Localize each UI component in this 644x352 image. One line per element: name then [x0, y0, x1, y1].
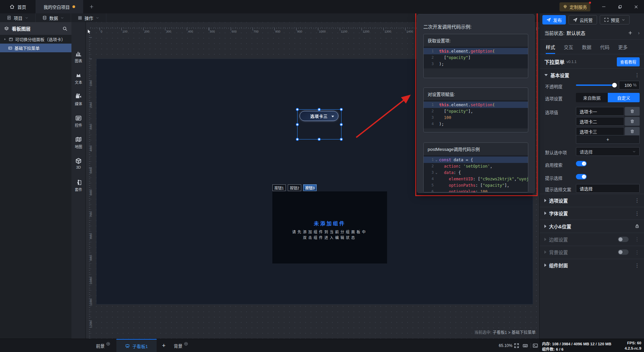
console-button[interactable] [532, 342, 539, 349]
dock-item-1[interactable]: 文本 [71, 72, 86, 86]
kebab-menu-icon[interactable]: ⋮ [635, 237, 640, 242]
background-layer-button[interactable]: 背景 [174, 339, 188, 352]
prompt-select-toggle[interactable] [576, 174, 587, 179]
selection-handle[interactable] [340, 108, 343, 111]
section-1[interactable]: 字体设置⋮ [540, 207, 644, 220]
add-option-button[interactable]: + [576, 135, 640, 144]
section-2[interactable]: 大小&位置 [540, 220, 644, 232]
caret-right-icon[interactable] [3, 38, 7, 41]
layer-item-1[interactable]: 基础下拉菜单 [0, 44, 71, 52]
option-value-input-2[interactable]: 选项卡三 [576, 127, 624, 136]
keyboard-icon [523, 343, 528, 348]
tab-button-1[interactable]: 按钮1 [272, 184, 286, 191]
component-count-value: 6 / 6 [556, 347, 564, 351]
option-value-input-0[interactable]: 选项卡一 [576, 107, 624, 116]
code-editor[interactable]: 1this.element.setOption(2 ["opacity"],3 … [424, 100, 528, 128]
maximize-button[interactable] [612, 0, 628, 13]
fold-chevron-icon[interactable]: ⌄ [434, 158, 439, 162]
lock-icon[interactable] [635, 224, 640, 229]
kebab-menu-icon[interactable]: ⋮ [635, 211, 640, 216]
fold-chevron-icon[interactable]: ⌄ [434, 171, 439, 174]
option-value-input-1[interactable]: 选项卡二 [576, 117, 624, 126]
inspector-tab-4[interactable]: 更多 [618, 40, 628, 54]
basic-settings-header[interactable]: 基本设置 ⋮ [540, 68, 644, 81]
code-editor[interactable]: 1⌄const data = {2 action: 'setOption',3⌄… [424, 155, 528, 192]
section-5[interactable]: 组件封面⋮ [540, 259, 644, 272]
default-selected-select[interactable]: 请选择 [576, 147, 640, 156]
inspector-tab-3[interactable]: 代码 [600, 40, 609, 54]
dock-item-5[interactable]: 3D [71, 158, 86, 172]
prompt-text-input[interactable]: 请选择 [576, 184, 640, 193]
selection-handle[interactable] [340, 123, 343, 126]
tutorial-button[interactable]: 查看教程 [617, 57, 640, 66]
add-board-button[interactable]: + [162, 339, 166, 352]
shortcuts-button[interactable] [522, 342, 529, 349]
kebab-menu-icon[interactable]: ⋮ [635, 198, 640, 203]
code-line: 4); [424, 121, 528, 127]
dock-item-6[interactable]: 套件 [71, 179, 86, 194]
search-icon[interactable] [62, 26, 67, 31]
selection-handle[interactable] [340, 138, 343, 141]
selection-handle[interactable] [296, 123, 299, 126]
opacity-value-box[interactable]: 100 % [619, 81, 640, 90]
tab-group-empty-panel[interactable]: 未添加组件 请先添加组件到当前分组面板中 双击组件进入编辑状态 [272, 191, 387, 263]
dock-item-4[interactable]: 地图 [71, 136, 86, 151]
enable-search-toggle[interactable] [576, 161, 587, 166]
foreground-layer-button[interactable]: 前景 [96, 339, 110, 352]
tab-button-2[interactable]: 按钮2 [288, 184, 301, 191]
menu-item-2[interactable]: 操作 [71, 13, 106, 22]
zoom-level[interactable]: 65.10% [499, 339, 513, 352]
selection-handle[interactable] [296, 108, 299, 111]
send-icon [546, 17, 551, 22]
opacity-slider[interactable] [576, 84, 616, 86]
section-toggle[interactable] [618, 237, 629, 242]
selection-box[interactable]: 选项卡三 [297, 109, 341, 139]
delete-option-button-1[interactable] [625, 117, 640, 126]
delete-option-button-0[interactable] [625, 107, 640, 116]
kebab-menu-icon[interactable]: ⋮ [635, 250, 640, 255]
code-editor[interactable]: 1this.element.getOption(2 ["opacity"]3); [424, 47, 528, 68]
board-tab[interactable]: 子看板1 [116, 339, 157, 352]
circle-plus-icon[interactable] [184, 342, 188, 346]
layer-item-0[interactable]: 可切换分组面板（选项卡） [0, 35, 71, 44]
minimize-button[interactable] [596, 0, 612, 13]
inspector-tab-1[interactable]: 交互 [564, 40, 573, 54]
inspector-tab-2[interactable]: 数据 [582, 40, 591, 54]
dropdown-component[interactable]: 选项卡三 [300, 111, 338, 121]
new-tab-button[interactable] [83, 0, 100, 13]
preview-button[interactable]: 预览 [600, 15, 630, 24]
selection-handle[interactable] [318, 108, 321, 111]
close-button[interactable] [628, 0, 644, 13]
section-3[interactable]: 边框设置⋮ [540, 233, 644, 245]
section-toggle[interactable] [618, 249, 629, 255]
kebab-menu-icon[interactable]: ⋮ [635, 72, 640, 77]
cloud-hosting-button[interactable]: 云托管 [569, 15, 597, 24]
dock-item-2[interactable]: 媒体 [71, 93, 86, 108]
opacity-slider-knob[interactable] [612, 83, 617, 87]
option-source-0[interactable]: 来自数据 [576, 93, 608, 102]
section-0[interactable]: 选项设置⋮ [540, 194, 644, 207]
dock-item-0[interactable]: 图表 [71, 50, 86, 65]
kebab-menu-icon[interactable]: ⋮ [635, 263, 640, 268]
selection-handle[interactable] [296, 138, 299, 141]
menu-item-label: 项目 [14, 15, 22, 21]
menu-item-0[interactable]: 项目 [0, 13, 36, 22]
circle-plus-icon[interactable] [106, 342, 110, 346]
option-source-1[interactable]: 自定义 [608, 93, 640, 102]
dock-item-3[interactable]: 控件 [71, 115, 86, 129]
delete-option-button-2[interactable] [625, 127, 640, 136]
section-4[interactable]: 背景设置⋮ [540, 246, 644, 258]
home-tab[interactable]: 首页 [0, 0, 36, 13]
expand-states-button[interactable]: › [638, 30, 640, 36]
inspector-tab-0[interactable]: 样式 [546, 40, 555, 54]
publish-button[interactable]: 发布 [542, 15, 566, 24]
menu-item-1[interactable]: 数据 [36, 13, 71, 22]
project-tab[interactable]: 我的空白项目 [36, 0, 83, 13]
add-state-button[interactable] [628, 31, 633, 35]
selection-handle[interactable] [318, 138, 321, 141]
default-selected-value: 请选择 [580, 149, 593, 155]
tab-button-3[interactable]: 按钮3 [303, 184, 317, 191]
custom-service-badge[interactable]: 定制服务 [559, 2, 590, 11]
component-dock: 图表文本媒体控件地图3D套件 [71, 22, 86, 339]
fit-screen-button[interactable] [513, 342, 520, 349]
